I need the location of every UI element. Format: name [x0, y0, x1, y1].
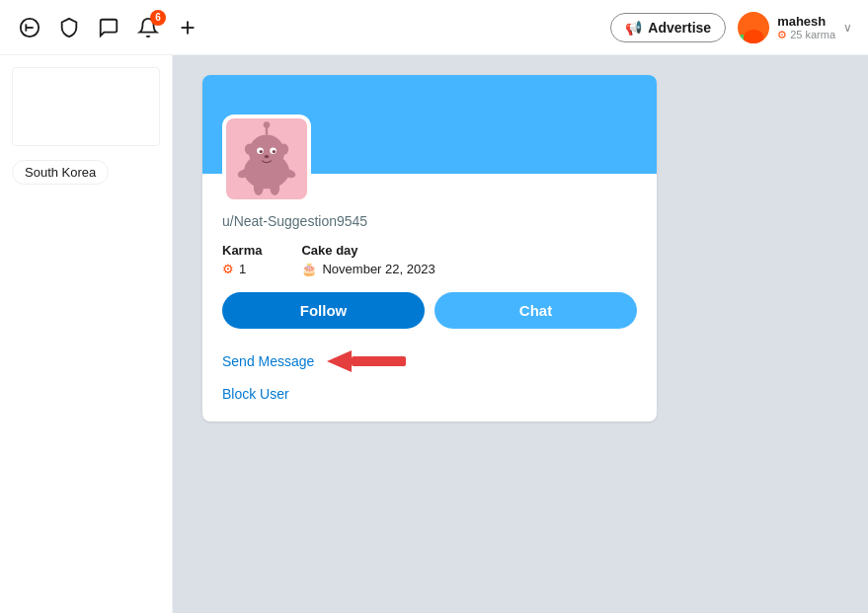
svg-point-6 [249, 134, 284, 170]
nav-karma: ⚙ 25 karma [777, 29, 835, 41]
main-layout: South Korea [0, 55, 868, 613]
karma-stat: Karma ⚙ 1 [222, 243, 262, 276]
profile-banner [202, 75, 657, 174]
back-icon[interactable] [16, 14, 43, 41]
chat-button[interactable]: Chat [434, 292, 637, 329]
notification-badge: 6 [150, 10, 166, 26]
profile-stats: Karma ⚙ 1 Cake day 🎂 November 22, 2023 [222, 243, 637, 276]
advertise-button[interactable]: 📢 Advertise [610, 13, 726, 42]
red-arrow-icon [322, 345, 411, 378]
chevron-down-icon: ∨ [843, 21, 852, 35]
left-sidebar: South Korea [0, 55, 173, 613]
karma-gear-icon: ⚙ [777, 29, 787, 41]
block-user-link[interactable]: Block User [222, 386, 637, 402]
profile-links: Send Message Block User [222, 345, 637, 402]
cake-icon: 🎂 [301, 262, 317, 276]
chat-icon[interactable] [95, 14, 122, 41]
svg-point-19 [270, 181, 279, 195]
snoo-avatar-icon [226, 118, 307, 199]
online-indicator [739, 35, 747, 42]
user-avatar-nav [738, 12, 769, 43]
svg-point-18 [254, 181, 264, 195]
svg-point-9 [260, 150, 263, 153]
notification-icon[interactable]: 6 [134, 14, 162, 41]
svg-marker-21 [327, 350, 352, 372]
user-menu[interactable]: mahesh ⚙ 25 karma ∨ [738, 12, 852, 43]
svg-point-15 [264, 121, 271, 128]
svg-rect-20 [352, 356, 406, 366]
add-icon[interactable] [174, 14, 201, 41]
svg-point-13 [278, 143, 288, 154]
profile-avatar [222, 115, 311, 203]
sidebar-widget [12, 67, 160, 146]
profile-buttons: Follow Chat [222, 292, 637, 329]
content-area: u/Neat-Suggestion9545 Karma ⚙ 1 Cake day… [173, 55, 868, 613]
user-info: mahesh ⚙ 25 karma [777, 14, 835, 41]
cakeday-label: Cake day [301, 243, 434, 258]
profile-card: u/Neat-Suggestion9545 Karma ⚙ 1 Cake day… [202, 75, 657, 421]
nav-username: mahesh [777, 14, 835, 29]
svg-point-11 [265, 155, 270, 158]
karma-value: ⚙ 1 [222, 262, 262, 276]
cakeday-stat: Cake day 🎂 November 22, 2023 [301, 243, 434, 276]
karma-label: Karma [222, 243, 262, 258]
cakeday-value: 🎂 November 22, 2023 [301, 262, 434, 276]
svg-point-10 [273, 150, 276, 153]
sidebar-tag[interactable]: South Korea [12, 160, 109, 185]
send-message-link[interactable]: Send Message [222, 353, 314, 369]
profile-username: u/Neat-Suggestion9545 [222, 213, 637, 229]
advertise-label: Advertise [648, 20, 711, 36]
karma-icon: ⚙ [222, 262, 234, 276]
shield-icon[interactable] [55, 14, 83, 41]
profile-body: u/Neat-Suggestion9545 Karma ⚙ 1 Cake day… [202, 174, 657, 421]
advertise-icon: 📢 [625, 20, 642, 36]
navbar: 6 📢 Advertise mahesh ⚙ 25 karma ∨ [0, 0, 868, 55]
follow-button[interactable]: Follow [222, 292, 425, 329]
send-message-row: Send Message [222, 345, 637, 378]
svg-point-12 [245, 143, 255, 154]
